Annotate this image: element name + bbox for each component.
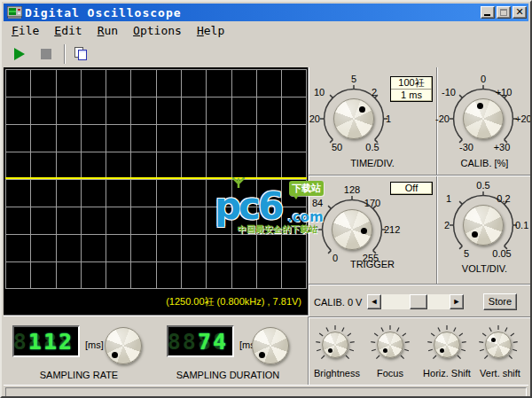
knob-indicator (491, 338, 496, 342)
calib-0v-label: CALIB. 0 V (314, 297, 362, 308)
tick-label: +10 (492, 87, 515, 98)
tick-label: 1 (386, 113, 409, 124)
time-div-label: TIME/DIV. (309, 158, 436, 168)
menu-file[interactable]: File (4, 22, 47, 39)
tick-label: 0.1 (515, 220, 532, 230)
app-window: Digital Oscilloscope ✕ File Edit Run Opt… (0, 0, 532, 398)
play-icon (14, 48, 25, 60)
focus-knob[interactable] (377, 332, 403, 358)
calib-scrollbar[interactable]: ◄ ► (367, 294, 464, 309)
vert-shift-label: Vert. shift (469, 368, 531, 378)
tick-label: 42 (297, 224, 318, 235)
tick-label: 5 (327, 74, 380, 84)
volt-div-knob[interactable] (463, 205, 504, 246)
tick-label: +20 (515, 113, 532, 124)
maximize-icon (500, 9, 507, 16)
tick-label: -10 (437, 87, 460, 98)
volt-div-label: VOLT/DIV. (437, 263, 532, 274)
menu-options[interactable]: Options (126, 22, 190, 39)
tick-label: 0.2 (492, 193, 515, 204)
vert-shift-knob[interactable] (485, 332, 512, 358)
tick-label: 170 (361, 198, 384, 208)
knob-indicator (440, 348, 444, 353)
sampling-rate-knob-group (105, 327, 142, 364)
knob-indicator (472, 231, 478, 238)
trigger-knob[interactable] (332, 209, 372, 250)
tick-label: 10 (308, 87, 331, 98)
tick-label: 2 (363, 87, 386, 98)
scroll-right-icon: ► (453, 297, 461, 306)
calib-pct-knob[interactable] (463, 98, 504, 139)
horiz-shift-knob[interactable] (434, 332, 460, 358)
scrollbar-track[interactable] (381, 294, 450, 309)
readout-timebase: 1 ms (391, 89, 432, 100)
scroll-right-button[interactable]: ► (450, 294, 464, 309)
stop-icon (41, 49, 51, 59)
tick-label: 2 (428, 220, 450, 230)
minimize-button[interactable] (481, 6, 495, 19)
sampling-rate-display: 8888 112 (12, 325, 80, 357)
tick-label: 0.5 (457, 180, 510, 191)
calib-pct-knob-group: -30 -20 -10 0 +10 +20 +30 (428, 78, 532, 163)
knob-indicator (112, 352, 118, 358)
tick-label: 0 (457, 74, 510, 84)
menu-edit[interactable]: Edit (47, 22, 90, 39)
time-div-readout: 100衽 1 ms (390, 76, 433, 102)
copy-button[interactable] (71, 43, 92, 65)
trigger-label: TRIGGER (309, 259, 436, 269)
toolbar (4, 40, 528, 67)
oscilloscope-screen: (1250.00衽 (0.800kHz) , 7.81V) (4, 67, 309, 315)
toolbar-separator (64, 44, 66, 64)
window-title: Digital Oscilloscope (25, 6, 481, 20)
readout-trigger-state: Off (391, 183, 432, 194)
app-icon (7, 6, 22, 19)
scroll-left-button[interactable]: ◄ (367, 294, 381, 309)
tick-label: -30 (453, 142, 480, 152)
focus-label: Focus (359, 368, 421, 378)
tick-label: 1 (437, 193, 460, 204)
stop-button[interactable] (35, 43, 57, 65)
menu-help[interactable]: Help (190, 22, 232, 39)
title-bar[interactable]: Digital Oscilloscope ✕ (4, 4, 528, 21)
brightness-knob-group (314, 324, 356, 366)
divider (309, 284, 532, 285)
vert-shift-knob-group (477, 324, 520, 366)
tick-label: +30 (487, 142, 517, 152)
tick-label: 128 (325, 184, 379, 195)
maximize-button[interactable] (497, 6, 511, 19)
sampling-duration-display: 8888 74 (167, 325, 234, 357)
close-button[interactable]: ✕ (512, 6, 527, 19)
horiz-shift-knob-group (426, 324, 468, 366)
minimize-icon (484, 14, 490, 16)
time-div-knob[interactable] (333, 98, 374, 139)
tick-label: -20 (428, 113, 450, 124)
store-button[interactable]: Store (483, 293, 517, 310)
tick-label: 212 (384, 224, 407, 235)
sampling-rate-unit: [ms] (85, 339, 104, 350)
knob-indicator (477, 103, 483, 109)
brightness-knob[interactable] (322, 332, 348, 358)
measurement-readout: (1250.00衽 (0.800kHz) , 7.81V) (166, 295, 301, 308)
screen-grid (5, 69, 307, 289)
trigger-readout: Off (390, 182, 433, 195)
menu-run[interactable]: Run (90, 22, 126, 39)
scroll-left-icon: ◄ (371, 297, 379, 306)
status-field (5, 387, 527, 397)
sampling-rate-knob[interactable] (105, 327, 142, 364)
knob-indicator (383, 348, 387, 353)
run-button[interactable] (9, 43, 30, 65)
sampling-rate-value: 112 (28, 329, 74, 355)
knob-indicator (359, 106, 365, 113)
scrollbar-thumb[interactable] (410, 294, 427, 309)
volt-div-knob-group: 5 2 1 0.5 0.2 0.1 0.05 (428, 184, 532, 269)
sampling-duration-knob-group (252, 327, 289, 364)
tick-label: 20 (299, 113, 320, 124)
knob-indicator (328, 348, 332, 353)
sampling-duration-label: SAMPLING DURATION (153, 370, 303, 380)
sampling-duration-value: 74 (198, 329, 228, 355)
tick-label: 84 (306, 198, 329, 208)
menu-bar: File Edit Run Options Help (4, 21, 528, 40)
calib-pct-label: CALIB. [%] (437, 158, 532, 168)
sampling-duration-knob[interactable] (252, 327, 289, 364)
knob-indicator (259, 352, 265, 358)
